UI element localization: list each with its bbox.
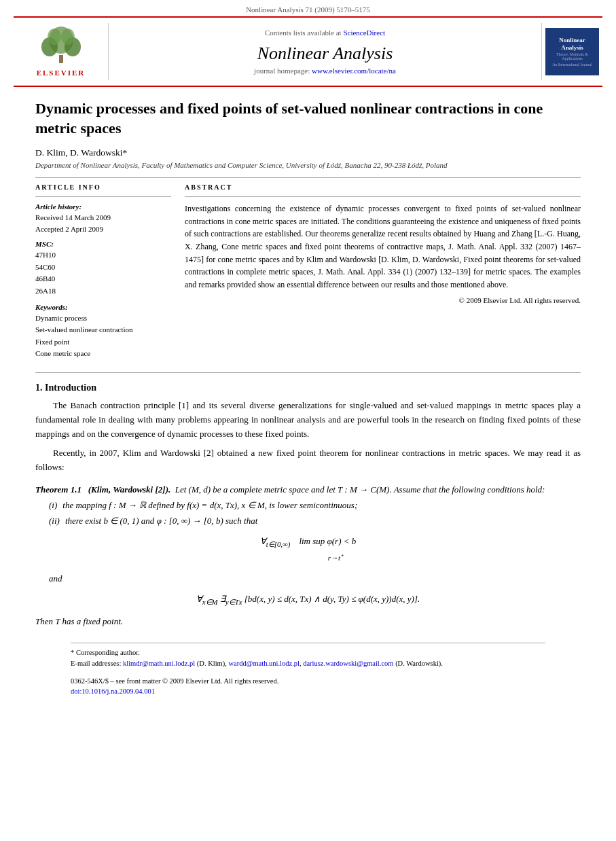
math-display-2: ∀x∈M ∃y∈Tx [bd(x, y) ≤ d(x, Tx) ∧ d(y, T… [35,592,581,608]
doi-link[interactable]: doi:10.1016/j.na.2009.04.001 [71,687,155,695]
info-abstract-section: ARTICLE INFO Article history: Received 1… [35,183,581,365]
list-item: Cone metric space [35,348,171,360]
list-item: Set-valued nonlinear contraction [35,324,171,336]
theorem-preamble: Let (M, d) be a complete metric space an… [173,484,545,495]
theorem-condition-i: (i) the mapping f : M → ℝ defined by f(x… [49,499,581,513]
theorem-condition-ii: (ii) there exist b ∈ (0, 1) and φ : [0, … [49,514,581,529]
svg-rect-0 [59,55,63,63]
list-item: Dynamic process [35,312,171,325]
history-section: Article history: Received 14 March 2009 … [35,202,171,234]
footnote-emails: E-mail addresses: klimdr@math.uni.lodz.p… [71,658,545,669]
msc-label: MSC: [35,240,171,248]
accepted-text: Accepted 2 April 2009 [35,223,171,235]
theorem-block: Theorem 1.1 (Klim, Wardowski [2]). Let (… [35,483,581,629]
journal-ref: Nonlinear Analysis 71 (2009) 5170–5175 [0,0,616,16]
homepage-link[interactable]: www.elsevier.com/locate/na [312,67,396,75]
article-body: Dynamic processes and fixed points of se… [0,87,616,709]
received-text: Received 14 March 2009 [35,212,171,223]
keywords-label: Keywords: [35,303,171,311]
footer: * Corresponding author. E-mail addresses… [71,643,545,669]
list-item: 47H10 [35,249,171,262]
article-title: Dynamic processes and fixed points of se… [35,99,581,138]
keywords-list: Dynamic process Set-valued nonlinear con… [35,312,171,360]
elsevier-tree-icon [31,26,92,66]
journal-header: ELSEVIER Contents lists available at Sci… [14,16,602,87]
email-link-wardowski[interactable]: dariusz.wardowski@gmail.com [303,660,393,667]
condition-label-ii: (ii) [49,514,60,529]
condition-text-ii: there exist b ∈ (0, 1) and φ : [0, ∞) → … [65,514,257,529]
math-display-1: ∀t∈[0,∞) lim sup φ(r) < b r→t+ [35,535,581,565]
list-item: 46B40 [35,273,171,285]
nl-logo-sub: Theory, Methods & Applications [548,52,596,60]
journal-homepage: journal homepage: www.elsevier.com/locat… [254,67,396,75]
info-divider [35,196,171,197]
contents-available-text: Contents lists available at ScienceDirec… [265,29,385,37]
abstract-text: Investigations concerning the existence … [185,202,581,291]
email-link-klim[interactable]: klimdr@math.uni.lodz.pl [123,660,195,667]
intro-heading: 1. Introduction [35,382,581,393]
divider [35,177,581,178]
body-divider [35,372,581,373]
copyright: © 2009 Elsevier Ltd. All rights reserved… [185,296,581,304]
nl-logo-right: Nonlinear Analysis Theory, Methods & App… [541,23,602,80]
abstract-divider [185,196,581,197]
intro-para2: Recently, in 2007, Klim and Wardowski [2… [35,446,581,475]
affiliation: Department of Nonlinear Analysis, Facult… [35,161,581,169]
list-item: 26A18 [35,285,171,298]
footnote-corresponding: * Corresponding author. [71,647,545,658]
intro-para1: The Banach contraction principle [1] and… [35,399,581,441]
msc-section: MSC: 47H10 54C60 46B40 26A18 [35,240,171,297]
nl-logo-title: Nonlinear Analysis [548,37,596,52]
sciencedirect-link[interactable]: ScienceDirect [343,29,385,37]
journal-center: Contents lists available at ScienceDirec… [109,23,541,80]
abstract-col: ABSTRACT Investigations concerning the e… [185,183,581,365]
and-word: and [49,572,581,586]
abstract-heading: ABSTRACT [185,183,581,191]
condition-text-i: the mapping f : M → ℝ defined by f(x) = … [62,499,357,513]
doi-text: doi:10.1016/j.na.2009.04.001 [71,686,545,697]
msc-list: 47H10 54C60 46B40 26A18 [35,249,171,297]
article-info-col: ARTICLE INFO Article history: Received 1… [35,183,171,365]
email-link-wardd[interactable]: wardd@math.uni.lodz.pl [228,660,299,667]
svg-point-5 [61,29,75,45]
journal-title: Nonlinear Analysis [257,43,393,64]
list-item: Fixed point [35,336,171,348]
elsevier-logo: ELSEVIER [14,23,109,80]
keywords-section: Keywords: Dynamic process Set-valued non… [35,303,171,360]
history-label: Article history: [35,202,171,211]
condition-label-i: (i) [49,499,57,513]
theorem-conclusion: Then T has a fixed point. [35,615,581,629]
list-item: 54C60 [35,262,171,274]
issn-text: 0362-546X/$ – see front matter © 2009 El… [71,676,545,687]
theorem-title: Theorem 1.1 (Klim, Wardowski [2]). [35,484,173,495]
nl-logo-extra: An International Journal [552,62,592,67]
bottom-bar: 0362-546X/$ – see front matter © 2009 El… [71,676,545,698]
nl-logo-box: Nonlinear Analysis Theory, Methods & App… [545,28,599,75]
authors: D. Klim, D. Wardowski* [35,147,581,158]
elsevier-brand-label: ELSEVIER [37,69,86,77]
svg-point-4 [48,29,61,45]
article-info-heading: ARTICLE INFO [35,183,171,191]
